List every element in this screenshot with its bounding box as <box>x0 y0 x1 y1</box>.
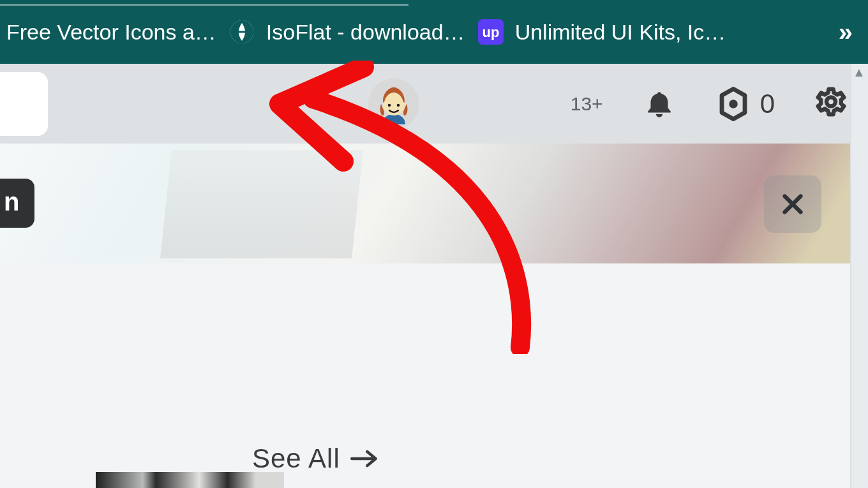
tab-title: Unlimited UI Kits, Ic… <box>515 20 726 45</box>
notifications-button[interactable] <box>641 86 677 122</box>
chevron-double-right-icon: » <box>839 18 849 46</box>
arrow-right-icon <box>350 450 378 468</box>
browser-tab-strip: Free Vector Icons a… IsoFlat - download…… <box>0 0 868 64</box>
up-favicon-icon: up <box>478 19 504 45</box>
settings-button[interactable] <box>813 86 849 122</box>
banner: n <box>0 144 850 263</box>
avatar[interactable] <box>368 78 419 129</box>
browser-tab[interactable]: IsoFlat - download… <box>229 19 465 45</box>
site-header: 13+ 0 <box>0 64 868 144</box>
scrollbar[interactable]: ▲ <box>850 64 868 488</box>
header-actions: 13+ 0 <box>571 86 849 122</box>
bell-icon <box>643 88 675 120</box>
robux-icon <box>715 86 751 122</box>
tab-title: Free Vector Icons a… <box>6 20 216 45</box>
browser-tab[interactable]: Free Vector Icons a… <box>6 20 216 45</box>
tab-divider <box>0 4 408 6</box>
browser-tab[interactable]: up Unlimited UI Kits, Ic… <box>478 19 726 45</box>
avatar-icon <box>368 78 419 129</box>
banner-pill-button[interactable]: n <box>0 179 34 228</box>
banner-art <box>160 150 363 258</box>
banner-pill-label: n <box>4 188 19 216</box>
svg-point-4 <box>388 103 391 107</box>
svg-point-7 <box>827 97 835 106</box>
search-input[interactable] <box>0 72 48 136</box>
age-rating-label: 13+ <box>571 93 603 115</box>
see-all-label: See All <box>252 443 340 474</box>
page-content: n See All <box>0 144 850 488</box>
scroll-up-icon: ▲ <box>850 65 868 80</box>
close-banner-button[interactable] <box>764 175 821 233</box>
tab-title: IsoFlat - download… <box>266 20 465 45</box>
svg-text:up: up <box>482 24 499 40</box>
game-thumbnail[interactable] <box>96 472 284 488</box>
gear-icon <box>813 85 849 122</box>
see-all-link[interactable]: See All <box>252 443 378 474</box>
robux-balance[interactable]: 0 <box>715 86 775 122</box>
svg-point-6 <box>729 100 738 108</box>
globe-icon <box>229 19 255 45</box>
robux-count: 0 <box>760 89 775 119</box>
svg-point-5 <box>397 103 400 107</box>
close-icon <box>777 188 809 220</box>
tabs-overflow-button[interactable]: » <box>839 18 862 47</box>
